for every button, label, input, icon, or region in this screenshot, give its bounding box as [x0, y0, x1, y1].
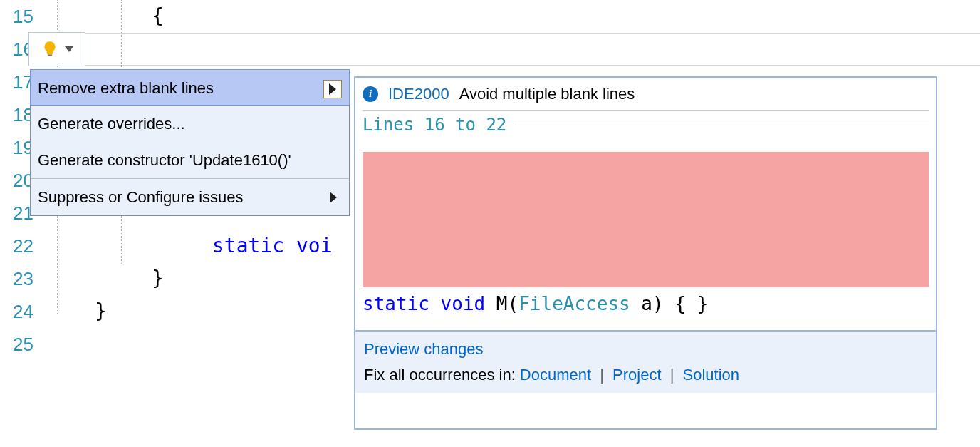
- line-number: 23: [0, 262, 38, 295]
- preview-footer: Preview changes Fix all occurrences in: …: [355, 330, 936, 393]
- diff-context-line: static void M(FileAccess a) { }: [355, 290, 936, 330]
- info-icon: i: [363, 86, 378, 102]
- fix-preview-panel: i IDE2000 Avoid multiple blank lines Lin…: [354, 76, 937, 430]
- brace-close: }: [38, 299, 107, 323]
- brace-open: {: [38, 4, 164, 28]
- fix-solution-link[interactable]: Solution: [683, 366, 740, 384]
- code-area[interactable]: { static voi } }: [38, 0, 333, 447]
- separator: [515, 125, 929, 125]
- lightbulb-icon: [41, 40, 59, 58]
- code-editor: 15 16 17 18 19 20 21 22 23 24 25 { stati…: [0, 0, 980, 447]
- line-number: 25: [0, 328, 38, 361]
- quick-action-remove-blank-lines[interactable]: Remove extra blank lines: [30, 69, 350, 106]
- rule-id[interactable]: IDE2000: [388, 85, 449, 103]
- fix-document-link[interactable]: Document: [520, 366, 591, 384]
- menu-item-label: Generate overrides...: [38, 115, 185, 133]
- brace-close: }: [38, 267, 164, 290]
- separator: |: [670, 366, 674, 384]
- menu-item-label: Generate constructor 'Update1610()': [38, 151, 291, 169]
- quick-action-suppress-configure[interactable]: Suppress or Configure issues: [31, 179, 349, 215]
- menu-item-label: Suppress or Configure issues: [38, 188, 244, 206]
- line-number: 15: [0, 0, 38, 33]
- quick-actions-menu: Remove extra blank lines Generate overri…: [30, 69, 350, 216]
- rule-description: Avoid multiple blank lines: [459, 85, 635, 103]
- preview-header: i IDE2000 Avoid multiple blank lines: [355, 78, 936, 110]
- line-number-gutter: 15 16 17 18 19 20 21 22 23 24 25: [0, 0, 38, 447]
- svg-rect-0: [48, 55, 53, 56]
- fix-all-label: Fix all occurrences in:: [364, 366, 520, 384]
- keyword-static: static: [363, 293, 429, 314]
- line-number: 24: [0, 295, 38, 328]
- chevron-right-icon: [329, 83, 336, 95]
- lightbulb-button[interactable]: [28, 32, 85, 66]
- code-rest: a) { }: [630, 293, 709, 314]
- fix-project-link[interactable]: Project: [612, 366, 661, 384]
- menu-item-label: Remove extra blank lines: [38, 79, 214, 97]
- lines-range-text: Lines 16 to 22: [363, 115, 506, 135]
- separator: |: [600, 366, 604, 384]
- submenu-indicator: [323, 80, 342, 98]
- method-name: M(: [496, 293, 518, 314]
- diff-removed-block: [363, 152, 929, 287]
- preview-changes-link[interactable]: Preview changes: [364, 340, 484, 358]
- type-name: FileAccess: [518, 293, 630, 314]
- quick-action-generate-overrides[interactable]: Generate overrides...: [31, 106, 349, 142]
- chevron-down-icon: [65, 46, 73, 52]
- keyword-void: void: [441, 293, 486, 314]
- keyword-static: static: [212, 234, 284, 257]
- quick-action-generate-constructor[interactable]: Generate constructor 'Update1610()': [31, 142, 349, 178]
- submenu-indicator: [325, 189, 342, 206]
- lines-range-header: Lines 16 to 22: [355, 111, 936, 138]
- chevron-right-icon: [330, 192, 337, 203]
- line-number: 22: [0, 230, 38, 262]
- keyword-void: voi: [284, 234, 332, 257]
